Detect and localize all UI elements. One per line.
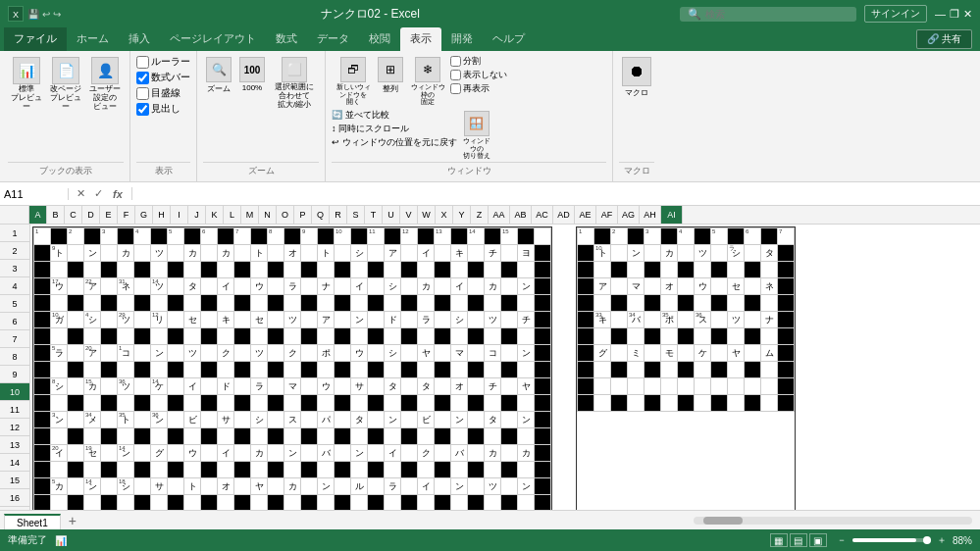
puzzle-cell-10-23[interactable] bbox=[418, 395, 435, 412]
puzzle-cell-1-12[interactable] bbox=[778, 245, 795, 262]
puzzle-cell-0-27[interactable] bbox=[485, 228, 501, 245]
sheet-tab-sheet1[interactable]: Sheet1 bbox=[4, 514, 61, 530]
puzzle-cell-0-11[interactable] bbox=[761, 228, 778, 245]
puzzle-cell-4-1[interactable] bbox=[51, 295, 68, 312]
puzzle-cell-11-9[interactable]: ビ bbox=[184, 412, 201, 428]
puzzle-cell-15-6[interactable] bbox=[134, 478, 151, 495]
puzzle-cell-2-23[interactable] bbox=[418, 262, 435, 278]
puzzle-cell-5-3[interactable]: 34バ bbox=[628, 312, 645, 328]
puzzle-cell-15-22[interactable] bbox=[401, 478, 418, 495]
puzzle-cell-1-16[interactable] bbox=[301, 245, 318, 262]
puzzle-cell-14-13[interactable] bbox=[251, 462, 268, 478]
zoom100-btn[interactable]: 100 100% bbox=[236, 55, 268, 94]
puzzle-cell-1-6[interactable] bbox=[134, 245, 151, 262]
puzzle-cell-2-5[interactable] bbox=[118, 262, 134, 278]
puzzle-cell-6-24[interactable] bbox=[435, 328, 451, 345]
puzzle-cell-0-0[interactable]: 1 bbox=[578, 228, 594, 245]
puzzle-cell-11-20[interactable] bbox=[368, 412, 385, 428]
puzzle-cell-4-7[interactable] bbox=[695, 295, 711, 312]
puzzle-cell-0-9[interactable] bbox=[728, 228, 745, 245]
puzzle-cell-14-24[interactable] bbox=[435, 462, 451, 478]
puzzle-cell-6-1[interactable] bbox=[51, 328, 68, 345]
puzzle-cell-11-19[interactable]: タ bbox=[351, 412, 368, 428]
puzzle-cell-11-11[interactable]: サ bbox=[218, 412, 234, 428]
puzzle-cell-8-5[interactable] bbox=[661, 362, 678, 378]
puzzle-cell-14-3[interactable] bbox=[84, 462, 101, 478]
col-header-AA[interactable]: AA bbox=[489, 206, 510, 224]
puzzle-cell-1-0[interactable] bbox=[578, 245, 594, 262]
puzzle-cell-8-0[interactable] bbox=[34, 362, 51, 378]
puzzle-cell-8-9[interactable] bbox=[184, 362, 201, 378]
puzzle-cell-16-13[interactable] bbox=[251, 495, 268, 510]
puzzle-cell-8-10[interactable] bbox=[201, 362, 218, 378]
col-header-H[interactable]: H bbox=[153, 206, 171, 224]
puzzle-cell-14-14[interactable] bbox=[268, 462, 284, 478]
puzzle-cell-1-3[interactable]: ン bbox=[84, 245, 101, 262]
puzzle-cell-7-10[interactable] bbox=[201, 345, 218, 362]
puzzle-cell-5-28[interactable] bbox=[501, 312, 518, 328]
puzzle-cell-10-12[interactable] bbox=[234, 395, 251, 412]
puzzle-cell-3-9[interactable]: タ bbox=[184, 278, 201, 295]
puzzle-cell-10-28[interactable] bbox=[501, 395, 518, 412]
puzzle-cell-12-17[interactable] bbox=[318, 428, 335, 445]
puzzle-cell-7-30[interactable] bbox=[535, 345, 551, 362]
puzzle-cell-8-10[interactable] bbox=[745, 362, 761, 378]
puzzle-cell-9-4[interactable] bbox=[645, 378, 661, 395]
puzzle-cell-2-24[interactable] bbox=[435, 262, 451, 278]
puzzle-cell-13-7[interactable]: グ bbox=[151, 445, 168, 462]
puzzle-cell-8-0[interactable] bbox=[578, 362, 594, 378]
cancel-formula-btn[interactable]: ✕ bbox=[73, 187, 88, 200]
puzzle-cell-8-23[interactable] bbox=[418, 362, 435, 378]
puzzle-cell-1-20[interactable] bbox=[368, 245, 385, 262]
puzzle-cell-4-17[interactable] bbox=[318, 295, 335, 312]
puzzle-cell-6-9[interactable] bbox=[728, 328, 745, 345]
puzzle-cell-1-30[interactable] bbox=[535, 245, 551, 262]
tab-dev[interactable]: 開発 bbox=[441, 27, 483, 51]
puzzle-cell-6-21[interactable] bbox=[385, 328, 401, 345]
puzzle-cell-8-7[interactable] bbox=[151, 362, 168, 378]
puzzle-cell-2-2[interactable] bbox=[68, 262, 84, 278]
puzzle-cell-8-8[interactable] bbox=[168, 362, 184, 378]
tab-view[interactable]: 表示 bbox=[400, 27, 441, 51]
col-header-M[interactable]: M bbox=[241, 206, 259, 224]
puzzle-cell-11-6[interactable] bbox=[134, 412, 151, 428]
puzzle-cell-6-17[interactable] bbox=[318, 328, 335, 345]
puzzle-cell-15-10[interactable] bbox=[201, 478, 218, 495]
puzzle-cell-14-12[interactable] bbox=[234, 462, 251, 478]
puzzle-cell-15-26[interactable] bbox=[468, 478, 485, 495]
puzzle-cell-10-6[interactable] bbox=[678, 395, 695, 412]
puzzle-cell-5-25[interactable]: シ bbox=[451, 312, 468, 328]
freeze-btn[interactable]: ❄ ウィンドウ枠の固定 bbox=[406, 55, 449, 108]
puzzle-cell-13-5[interactable]: 14ン bbox=[118, 445, 134, 462]
puzzle-cell-4-20[interactable] bbox=[368, 295, 385, 312]
puzzle-cell-15-15[interactable]: カ bbox=[284, 478, 301, 495]
puzzle-cell-8-16[interactable] bbox=[301, 362, 318, 378]
puzzle-cell-14-1[interactable] bbox=[51, 462, 68, 478]
puzzle-cell-14-2[interactable] bbox=[68, 462, 84, 478]
puzzle-cell-2-7[interactable] bbox=[151, 262, 168, 278]
puzzle-cell-13-2[interactable] bbox=[68, 445, 84, 462]
puzzle-cell-9-12[interactable] bbox=[778, 378, 795, 395]
pagebreak-preview-btn[interactable]: 📄 改ページプレビュー bbox=[47, 55, 84, 113]
puzzle-cell-3-25[interactable]: イ bbox=[451, 278, 468, 295]
puzzle-cell-15-12[interactable] bbox=[234, 478, 251, 495]
puzzle-cell-2-2[interactable] bbox=[611, 262, 628, 278]
puzzle-cell-6-26[interactable] bbox=[468, 328, 485, 345]
puzzle-cell-12-24[interactable] bbox=[435, 428, 451, 445]
puzzle-cell-14-8[interactable] bbox=[168, 462, 184, 478]
compare-btn[interactable]: 🔄 並べて比較 bbox=[332, 109, 457, 122]
puzzle-cell-3-7[interactable]: ウ bbox=[695, 278, 711, 295]
puzzle-cell-16-6[interactable] bbox=[134, 495, 151, 510]
puzzle-cell-8-13[interactable] bbox=[251, 362, 268, 378]
puzzle-cell-1-14[interactable] bbox=[268, 245, 284, 262]
puzzle-cell-3-14[interactable] bbox=[268, 278, 284, 295]
puzzle-cell-2-0[interactable] bbox=[34, 262, 51, 278]
puzzle-cell-6-7[interactable] bbox=[151, 328, 168, 345]
puzzle-cell-5-15[interactable]: ツ bbox=[284, 312, 301, 328]
puzzle-cell-12-4[interactable] bbox=[101, 428, 118, 445]
puzzle-cell-11-3[interactable]: 34メ bbox=[84, 412, 101, 428]
puzzle-cell-13-16[interactable] bbox=[301, 445, 318, 462]
puzzle-cell-16-7[interactable] bbox=[151, 495, 168, 510]
puzzle-cell-2-10[interactable] bbox=[201, 262, 218, 278]
puzzle-cell-3-10[interactable] bbox=[745, 278, 761, 295]
